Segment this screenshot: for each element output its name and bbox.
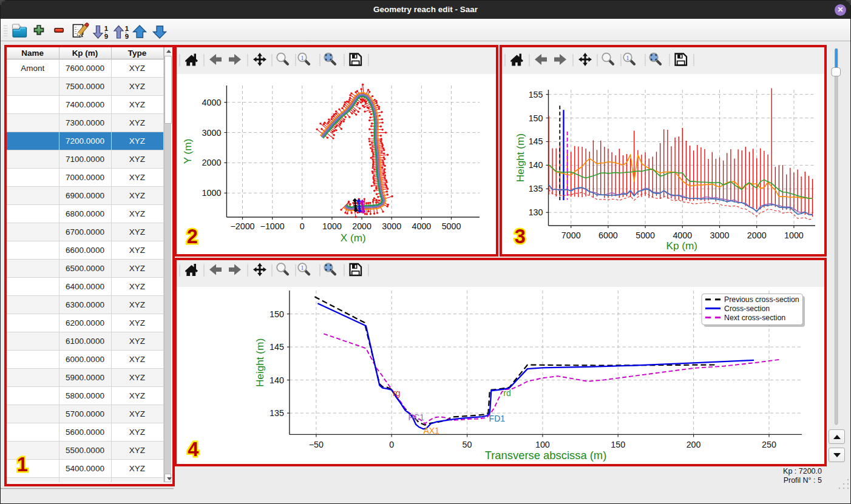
svg-text:1: 1 xyxy=(104,25,109,32)
svg-text:9: 9 xyxy=(125,33,129,40)
svg-text:9: 9 xyxy=(104,33,108,40)
svg-text:1: 1 xyxy=(125,25,129,32)
